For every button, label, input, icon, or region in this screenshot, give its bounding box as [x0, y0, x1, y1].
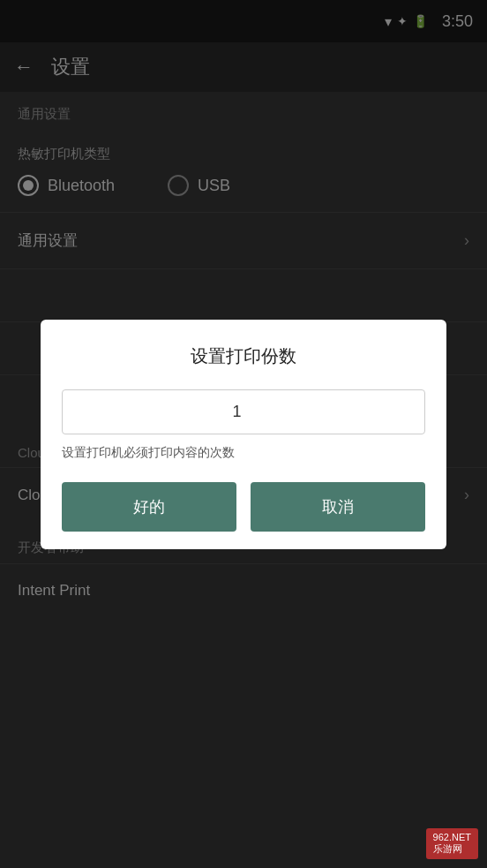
watermark-text2: 乐游网	[433, 843, 462, 854]
dialog-title: 设置打印份数	[62, 344, 425, 368]
copies-input[interactable]	[62, 389, 425, 434]
watermark-text1: 962.NET	[433, 832, 471, 842]
watermark: 962.NET 乐游网	[426, 828, 478, 859]
cancel-button[interactable]: 取消	[251, 482, 425, 532]
dialog-overlay: 设置打印份数 设置打印机必须打印内容的次数 好的 取消	[0, 0, 487, 868]
dialog-description: 设置打印机必须打印内容的次数	[62, 445, 425, 461]
dialog: 设置打印份数 设置打印机必须打印内容的次数 好的 取消	[41, 320, 446, 549]
dialog-buttons: 好的 取消	[62, 482, 425, 532]
confirm-button[interactable]: 好的	[62, 482, 236, 532]
